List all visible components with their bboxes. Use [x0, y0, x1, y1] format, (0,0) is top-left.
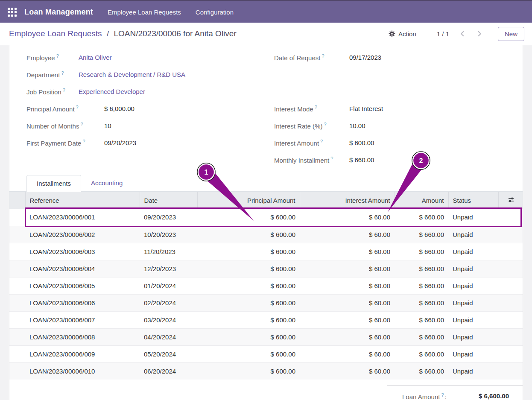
help-icon: ?: [324, 122, 326, 127]
cell-interest: $ 60.00: [300, 362, 395, 380]
table-row[interactable]: LOAN/2023/00006/00804/20/2024$ 600.00$ 6…: [9, 328, 523, 345]
field-value-first-payment-date[interactable]: 09/20/2023: [104, 139, 136, 146]
field-value-department[interactable]: Research & Development / R&D USA: [79, 71, 185, 78]
cell-interest: $ 60.00: [300, 311, 395, 328]
cell-reference: LOAN/2023/00006/007: [25, 311, 140, 328]
cell-interest: $ 60.00: [300, 243, 395, 260]
cell-reference: LOAN/2023/00006/004: [25, 260, 140, 277]
field-label: Employee: [26, 54, 55, 61]
cell-date: 11/20/2023: [140, 243, 197, 260]
installments-table: Reference Date Principal Amount Interest…: [9, 192, 523, 380]
field-label: Job Position: [26, 88, 61, 96]
tab-accounting[interactable]: Accounting: [81, 175, 132, 191]
table-header-row: Reference Date Principal Amount Interest…: [9, 192, 523, 209]
cell-status: Unpaid: [448, 345, 498, 362]
cell-amount: $ 660.00: [395, 345, 448, 362]
field-value-interest-mode[interactable]: Flat Interest: [349, 105, 383, 112]
column-header-date[interactable]: Date: [140, 192, 197, 209]
column-header-status[interactable]: Status: [448, 192, 498, 209]
help-icon: ?: [322, 53, 324, 58]
field-value-interest-amount[interactable]: $ 600.00: [349, 139, 374, 146]
cell-status: Unpaid: [448, 226, 498, 243]
field-label: Interest Amount: [274, 140, 319, 147]
cell-amount: $ 660.00: [395, 260, 448, 277]
field-monthly-installment: Monthly Installment? $ 660.00: [274, 151, 505, 168]
table-row[interactable]: LOAN/2023/00006/00602/20/2024$ 600.00$ 6…: [9, 294, 523, 311]
column-header-principal-amount[interactable]: Principal Amount: [197, 192, 300, 209]
field-department: Department? Research & Development / R&D…: [26, 66, 266, 83]
field-value-interest-rate[interactable]: 10.00: [349, 122, 365, 129]
field-date-of-request: Date of Request? 09/17/2023: [274, 49, 505, 66]
cell-reference: LOAN/2023/00006/001: [25, 209, 140, 226]
field-value-monthly-installment[interactable]: $ 660.00: [349, 156, 374, 164]
table-row[interactable]: LOAN/2023/00006/00109/20/2023$ 600.00$ 6…: [9, 209, 523, 226]
field-value-number-of-months[interactable]: 10: [104, 122, 111, 129]
handle-column-header: [9, 192, 25, 209]
nav-menu-employee-loan-requests[interactable]: Employee Loan Requests: [108, 9, 181, 16]
cell-status: Unpaid: [448, 243, 498, 260]
column-header-reference[interactable]: Reference: [25, 192, 140, 209]
cell-interest: $ 60.00: [300, 226, 395, 243]
breadcrumb: Employee Loan Requests / LOAN/2023/00006…: [9, 29, 237, 38]
column-header-interest-amount[interactable]: Interest Amount: [300, 192, 395, 209]
cell-amount: $ 660.00: [395, 209, 448, 226]
table-row[interactable]: LOAN/2023/00006/00703/20/2024$ 600.00$ 6…: [9, 311, 523, 328]
cell-interest: $ 60.00: [300, 277, 395, 294]
field-value-principal-amount[interactable]: $ 6,000.00: [104, 105, 134, 112]
help-icon: ?: [80, 122, 83, 127]
cell-status: Unpaid: [448, 328, 498, 345]
spacer: [274, 83, 505, 100]
field-label: Date of Request: [274, 54, 320, 61]
notebook: Installments Accounting Reference Date P…: [9, 175, 523, 380]
field-principal-amount: Principal Amount? $ 6,000.00: [26, 100, 266, 117]
cell-principal: $ 600.00: [197, 260, 300, 277]
field-value-date-of-request[interactable]: 09/17/2023: [349, 54, 381, 61]
form-sheet: Employee? Anita Oliver Department? Resea…: [9, 45, 523, 400]
cell-date: 09/20/2023: [140, 209, 197, 226]
field-value-job-position[interactable]: Experienced Developer: [79, 88, 145, 95]
help-icon: ?: [56, 53, 59, 58]
cell-date: 02/20/2024: [140, 294, 197, 311]
help-icon: ?: [63, 88, 65, 93]
field-interest-amount: Interest Amount? $ 600.00: [274, 134, 505, 151]
breadcrumb-link[interactable]: Employee Loan Requests: [9, 29, 102, 38]
cell-amount: $ 660.00: [395, 243, 448, 260]
help-icon: ?: [330, 156, 333, 161]
new-button[interactable]: New: [498, 27, 524, 41]
cell-interest: $ 60.00: [300, 260, 395, 277]
pager-counter: 1 / 1: [437, 30, 449, 38]
help-icon: ?: [61, 70, 64, 76]
cell-amount: $ 660.00: [395, 362, 448, 380]
field-employee: Employee? Anita Oliver: [26, 49, 266, 66]
cell-reference: LOAN/2023/00006/006: [25, 294, 140, 311]
loan-amount-total: Loan Amount?: $ 6,600.00: [387, 385, 523, 400]
cell-interest: $ 60.00: [300, 345, 395, 362]
action-button[interactable]: Action: [389, 30, 416, 38]
optional-columns-icon[interactable]: [498, 192, 523, 209]
cell-principal: $ 600.00: [197, 294, 300, 311]
table-row[interactable]: LOAN/2023/00006/01006/20/2024$ 600.00$ 6…: [9, 362, 523, 380]
cell-amount: $ 660.00: [395, 226, 448, 243]
cell-amount: $ 660.00: [395, 294, 448, 311]
breadcrumb-current: LOAN/2023/00006 for Anita Oliver: [114, 29, 236, 38]
pager-previous-icon[interactable]: [459, 30, 466, 38]
cell-status: Unpaid: [448, 294, 498, 311]
field-label: Interest Rate (%): [274, 123, 322, 130]
column-header-amount[interactable]: Amount: [395, 192, 448, 209]
cell-principal: $ 600.00: [197, 277, 300, 294]
table-row[interactable]: LOAN/2023/00006/00210/20/2023$ 600.00$ 6…: [9, 226, 523, 243]
tab-installments[interactable]: Installments: [26, 175, 81, 192]
cell-date: 12/20/2023: [140, 260, 197, 277]
table-row[interactable]: LOAN/2023/00006/00501/20/2024$ 600.00$ 6…: [9, 277, 523, 294]
field-label: Principal Amount: [26, 105, 75, 113]
table-row[interactable]: LOAN/2023/00006/00311/20/2023$ 600.00$ 6…: [9, 243, 523, 260]
table-row[interactable]: LOAN/2023/00006/00905/20/2024$ 600.00$ 6…: [9, 345, 523, 362]
nav-menu-configuration[interactable]: Configuration: [196, 9, 234, 16]
field-interest-mode: Interest Mode? Flat Interest: [274, 100, 505, 117]
cell-status: Unpaid: [448, 209, 498, 226]
field-interest-rate: Interest Rate (%)? 10.00: [274, 117, 505, 134]
apps-menu-icon[interactable]: [8, 8, 17, 17]
field-value-employee[interactable]: Anita Oliver: [79, 54, 112, 61]
pager-next-icon[interactable]: [476, 30, 483, 38]
table-row[interactable]: LOAN/2023/00006/00412/20/2023$ 600.00$ 6…: [9, 260, 523, 277]
